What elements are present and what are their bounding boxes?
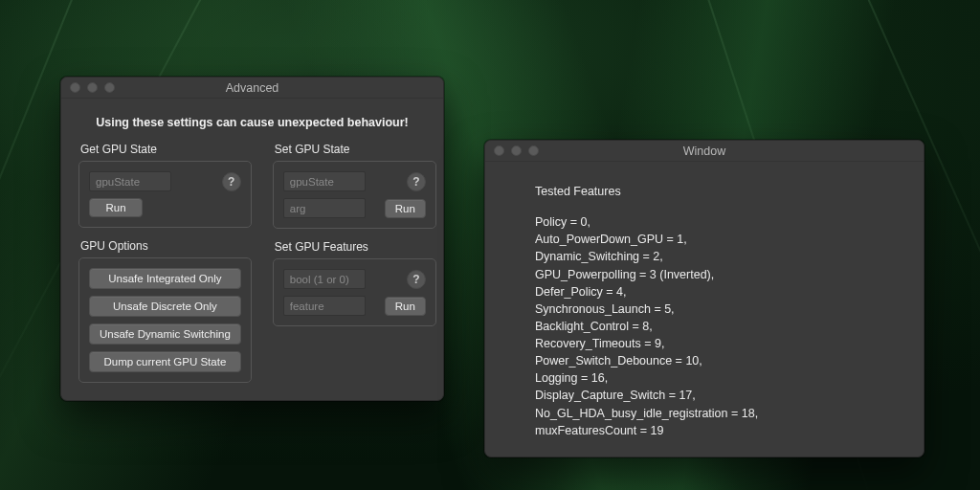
set-state-arg-input[interactable] [283, 198, 366, 218]
minimize-icon[interactable] [87, 82, 98, 93]
get-gpu-state-title: Get GPU State [80, 143, 252, 156]
close-icon[interactable] [70, 82, 80, 93]
zoom-icon[interactable] [528, 145, 539, 156]
window-title: Advanced [61, 81, 443, 95]
minimize-icon[interactable] [511, 145, 522, 156]
feature-line: Defer_Policy = 4, [535, 283, 897, 301]
feature-line: GPU_Powerpolling = 3 (Inverted), [535, 266, 897, 283]
feature-line: Backlight_Control = 8, [535, 318, 897, 335]
set-features-bool-input[interactable] [283, 269, 366, 289]
get-gpu-state-group: ? Run [78, 161, 252, 228]
dump-gpu-state-button[interactable]: Dump current GPU State [89, 351, 241, 372]
feature-line: Power_Switch_Debounce = 10, [535, 352, 897, 369]
help-icon[interactable]: ? [407, 270, 426, 289]
set-features-run-button[interactable]: Run [385, 297, 426, 316]
feature-line: No_GL_HDA_busy_idle_registration = 18, [535, 405, 897, 422]
gpu-options-title: GPU Options [80, 239, 252, 253]
features-list: Policy = 0,Auto_PowerDown_GPU = 1,Dynami… [535, 213, 897, 439]
features-window: Window Tested Features Policy = 0,Auto_P… [484, 140, 924, 457]
feature-line: Recovery_Timeouts = 9, [535, 335, 897, 352]
warning-text: Using these settings can cause unexpecte… [78, 110, 426, 143]
feature-line: Display_Capture_Switch = 17, [535, 387, 897, 404]
feature-line: Policy = 0, [535, 213, 897, 231]
features-heading: Tested Features [535, 183, 897, 200]
set-gpu-features-group: ? Run [273, 258, 436, 326]
zoom-icon[interactable] [104, 82, 115, 93]
titlebar[interactable]: Window [485, 141, 924, 162]
set-gpu-state-title: Set GPU State [275, 143, 436, 156]
feature-line: Synchronous_Launch = 5, [535, 301, 897, 318]
set-state-run-button[interactable]: Run [385, 199, 426, 218]
titlebar[interactable]: Advanced [61, 78, 443, 99]
feature-line: muxFeaturesCount = 19 [535, 422, 897, 439]
get-state-input[interactable] [89, 171, 171, 191]
unsafe-discrete-button[interactable]: Unsafe Discrete Only [89, 296, 241, 317]
traffic-lights [61, 82, 115, 93]
unsafe-dynamic-button[interactable]: Unsafe Dynamic Switching [89, 323, 241, 345]
feature-line: Dynamic_Switching = 2, [535, 248, 897, 265]
unsafe-integrated-button[interactable]: Unsafe Integrated Only [89, 268, 241, 289]
help-icon[interactable]: ? [407, 172, 426, 191]
advanced-window: Advanced Using these settings can cause … [60, 77, 444, 401]
traffic-lights [485, 145, 539, 156]
gpu-options-group: Unsafe Integrated Only Unsafe Discrete O… [78, 257, 252, 383]
set-features-feature-input[interactable] [283, 296, 366, 316]
close-icon[interactable] [494, 145, 504, 156]
features-body: Tested Features Policy = 0,Auto_PowerDow… [485, 162, 924, 457]
window-title: Window [485, 145, 924, 158]
get-state-run-button[interactable]: Run [89, 198, 143, 217]
help-icon[interactable]: ? [222, 172, 241, 191]
feature-line: Logging = 16, [535, 369, 897, 387]
set-gpu-state-group: ? Run [273, 161, 436, 229]
set-state-state-input[interactable] [283, 171, 366, 191]
set-gpu-features-title: Set GPU Features [275, 240, 436, 254]
feature-line: Auto_PowerDown_GPU = 1, [535, 231, 897, 248]
